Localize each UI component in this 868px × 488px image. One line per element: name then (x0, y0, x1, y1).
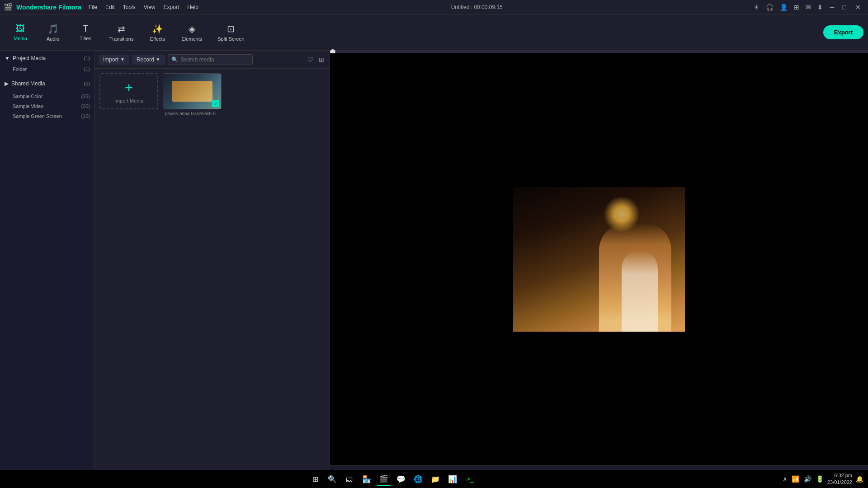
chevron-right-icon: ▶ (5, 80, 9, 87)
sample-green-item[interactable]: Sample Green Screen (10) (0, 111, 94, 121)
notifications-icon[interactable]: 🔔 (855, 474, 864, 483)
media-toolbar: Import ▼ Record ▼ 🔍 ⛉ ⊞ (95, 51, 330, 69)
taskbar-excel[interactable]: 📊 (445, 472, 460, 486)
titles-label: Titles (80, 36, 91, 41)
split-screen-icon: ⊡ (227, 23, 235, 34)
sample-green-count: (10) (81, 113, 90, 119)
project-media-header[interactable]: ▼ Project Media (1) (0, 52, 94, 64)
record-dropdown-arrow: ▼ (156, 57, 160, 62)
shared-media-title: ▶ Shared Media (5, 80, 45, 87)
audio-icon: 🎵 (47, 23, 59, 34)
effects-icon: ✨ (152, 23, 163, 34)
folder-item[interactable]: Folder (1) (0, 64, 94, 74)
taskbar-search-icon: 🔍 (328, 475, 337, 483)
sample-video-item[interactable]: Sample Video (20) (0, 101, 94, 111)
left-panel: ▼ Project Media (1) Folder (1) ▶ Shared … (0, 51, 95, 488)
media-icon: 🖼 (16, 23, 25, 34)
taskbar-start-button[interactable]: ⊞ (308, 472, 322, 486)
app-logo: 🎬 (4, 3, 13, 11)
menu-edit[interactable]: Edit (102, 3, 118, 11)
split-screen-label: Split Screen (217, 36, 244, 42)
download-icon[interactable]: ⬇ (816, 3, 825, 12)
tray-battery-icon[interactable]: 🔋 (815, 474, 825, 483)
video-display (513, 187, 685, 332)
grid-view-icon[interactable]: ⊞ (317, 55, 326, 64)
split-screen-tool-button[interactable]: ⊡ Split Screen (210, 20, 251, 45)
mail-icon[interactable]: ✉ (804, 3, 813, 12)
audio-tool-button[interactable]: 🎵 Audio (37, 20, 69, 45)
elements-tool-button[interactable]: ◈ Elements (174, 20, 209, 45)
audio-label: Audio (47, 36, 59, 42)
tray-chevron-icon[interactable]: ∧ (782, 474, 788, 483)
import-dropdown-arrow: ▼ (120, 57, 125, 62)
effects-tool-button[interactable]: ✨ Effects (142, 20, 173, 45)
media-tool-button[interactable]: 🖼 Media (5, 20, 36, 45)
media-view-icons: ⛉ ⊞ (305, 55, 326, 64)
grid-icon[interactable]: ⊞ (792, 3, 801, 12)
taskbar-files-icon: 📁 (431, 475, 440, 483)
menu-view[interactable]: View (140, 3, 159, 11)
taskbar-right: ∧ 📶 🔊 🔋 6:32 pm 23/01/2022 🔔 (782, 472, 864, 486)
import-media-label: Import Media (114, 98, 143, 103)
import-drop-area[interactable]: + Import Media (99, 73, 158, 109)
taskbar-search[interactable]: 🔍 (325, 472, 340, 486)
import-button[interactable]: Import ▼ (99, 55, 129, 65)
titles-tool-button[interactable]: T Titles (70, 20, 101, 45)
export-button[interactable]: Export (823, 25, 863, 39)
media-grid: + Import Media ✓ pexels-anna-tarazevich-… (95, 69, 330, 488)
taskbar-explorer-icon: 🗂 (345, 474, 354, 484)
filter-icon[interactable]: ⛉ (305, 55, 315, 64)
menu-file[interactable]: File (85, 3, 101, 11)
sun-icon[interactable]: ☀ (752, 3, 761, 12)
preview-panel: ⏮ ⏪ ▶ ⏹ { } 00:00:00:00 ⛶ 📷 🔊 ⋯ Full (330, 51, 868, 488)
transitions-tool-button[interactable]: ⇄ Transitions (102, 20, 141, 45)
taskbar: ⊞ 🔍 🗂 🏪 🎬 💬 🌐 📁 📊 >_ ∧ 📶 (0, 470, 868, 488)
search-icon: 🔍 (171, 56, 178, 63)
title-text: Untitled : 00:00:09:15 (451, 4, 503, 10)
media-panel: Import ▼ Record ▼ 🔍 ⛉ ⊞ + Import Media (95, 51, 330, 488)
project-media-section: ▼ Project Media (1) Folder (1) (0, 51, 94, 76)
taskbar-filmora[interactable]: 🎬 (377, 472, 391, 486)
sample-color-count: (25) (81, 94, 90, 99)
clock-display[interactable]: 6:32 pm 23/01/2022 (827, 472, 852, 486)
transitions-label: Transitions (109, 36, 133, 42)
search-input[interactable] (168, 54, 253, 65)
sample-color-item[interactable]: Sample Color (25) (0, 91, 94, 101)
taskbar-explorer[interactable]: 🗂 (342, 472, 357, 486)
taskbar-chrome[interactable]: 🌐 (411, 472, 425, 486)
taskbar-store-icon: 🏪 (362, 475, 371, 483)
taskbar-excel-icon: 📊 (448, 475, 457, 483)
video-file-item[interactable]: ✓ pexels-anna-tarazevich-6... (163, 73, 222, 116)
elements-icon: ◈ (189, 23, 195, 34)
maximize-button[interactable]: □ (840, 3, 849, 12)
project-media-title: ▼ Project Media (5, 55, 46, 61)
chevron-down-icon: ▼ (5, 55, 10, 61)
close-button[interactable]: ✕ (852, 3, 864, 12)
menu-bar: File Edit Tools View Export Help (85, 3, 202, 11)
taskbar-terminal[interactable]: >_ (462, 472, 477, 486)
headphones-icon[interactable]: 🎧 (764, 3, 775, 12)
minimize-button[interactable]: ─ (827, 3, 837, 12)
taskbar-files[interactable]: 📁 (428, 472, 443, 486)
menu-export[interactable]: Export (160, 3, 183, 11)
date-display: 23/01/2022 (827, 479, 852, 486)
titles-icon: T (83, 23, 88, 34)
video-thumbnail: ✓ (163, 73, 222, 109)
taskbar-center: ⊞ 🔍 🗂 🏪 🎬 💬 🌐 📁 📊 >_ (308, 472, 477, 486)
taskbar-chat[interactable]: 💬 (394, 472, 408, 486)
shared-media-header[interactable]: ▶ Shared Media (0) (0, 78, 94, 89)
account-icon[interactable]: 👤 (778, 3, 789, 12)
app-name: Wondershare Filmora (16, 4, 81, 11)
taskbar-chrome-icon: 🌐 (414, 475, 423, 483)
transitions-icon: ⇄ (118, 23, 125, 34)
windows-icon: ⊞ (312, 475, 318, 483)
import-media-placeholder[interactable]: + Import Media (99, 73, 158, 116)
menu-tools[interactable]: Tools (119, 3, 139, 11)
taskbar-terminal-icon: >_ (466, 475, 473, 483)
tray-wifi-icon[interactable]: 📶 (791, 474, 800, 483)
taskbar-store[interactable]: 🏪 (359, 472, 374, 486)
record-button[interactable]: Record ▼ (132, 55, 165, 65)
menu-help[interactable]: Help (184, 3, 202, 11)
time-display: 6:32 pm (827, 472, 852, 479)
tray-volume-icon[interactable]: 🔊 (803, 474, 812, 483)
